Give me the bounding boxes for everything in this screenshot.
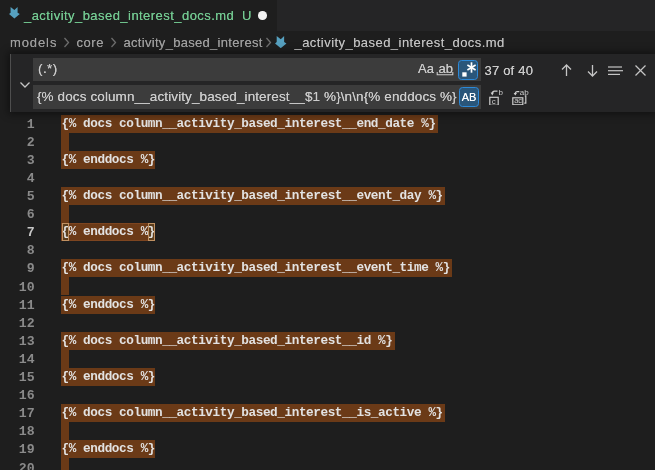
svg-text:c: c [492, 97, 496, 105]
svg-text:ac: ac [514, 96, 522, 105]
svg-text:b: b [499, 88, 504, 97]
